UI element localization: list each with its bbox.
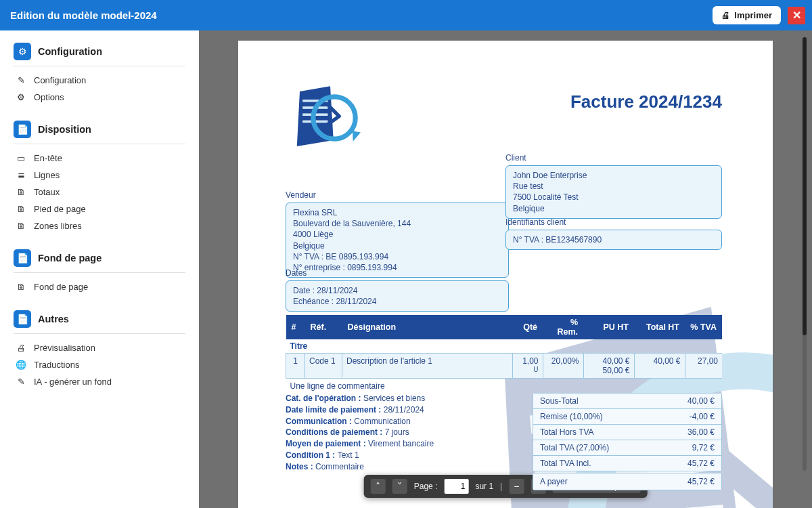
doc-icon: 🗎 [15, 282, 27, 292]
cell-n: 1 [286, 354, 305, 379]
col-n: # [286, 315, 305, 339]
list-icon: ≣ [15, 170, 27, 180]
sidebar-item-configuration[interactable]: ✎ Configuration [14, 72, 185, 89]
col-tot: Total HT [634, 315, 685, 339]
client-name: John Doe Enterprise [513, 170, 715, 181]
print-button[interactable]: 🖨 Imprimer [713, 6, 781, 24]
client-block[interactable]: Client John Doe Enterprise Rue test 7500… [505, 149, 722, 219]
comment-row: Une ligne de commentaire [286, 379, 723, 394]
page-of: sur 1 [475, 482, 493, 491]
line-row[interactable]: 1 Code 1 Description de l'article 1 1,00… [286, 354, 723, 379]
gear-icon: ⚙ [14, 43, 31, 60]
section-header-disposition[interactable]: 📄 Disposition [14, 121, 185, 144]
pay-label: A payer [540, 477, 568, 486]
col-pu: PU HT [583, 315, 634, 339]
sidebar-item-label: Prévisualisation [34, 343, 95, 353]
scrollbar-thumb[interactable] [803, 37, 807, 335]
sidebar-item-label: En-tête [34, 153, 62, 163]
sidebar-item-label: Fond de page [34, 282, 88, 292]
section-configuration: ⚙ Configuration ✎ Configuration ⚙ Option… [14, 43, 185, 106]
total-label: Sous-Total [540, 396, 579, 406]
gear-icon: ⚙ [15, 92, 27, 102]
total-value: 9,72 € [692, 443, 715, 452]
client-city: 7500 Localité Test [513, 192, 715, 203]
pen-icon: ✎ [15, 75, 27, 85]
cell-disc: 20,00% [543, 354, 583, 379]
app-title: Edition du modèle model-2024 [10, 9, 157, 21]
doc-icon: 🗎 [15, 187, 27, 197]
section-header-autres[interactable]: 📄 Autres [14, 310, 185, 334]
client-label: Client [505, 153, 722, 163]
printer-icon: 🖨 [721, 10, 730, 20]
close-icon: ✕ [792, 9, 801, 22]
page-up-button[interactable]: ˄ [371, 479, 386, 494]
vendor-street: Boulevard de la Sauvenière, 144 [293, 218, 501, 229]
sidebar-item-traductions[interactable]: 🌐Traductions [14, 356, 185, 373]
header-icon: ▭ [15, 153, 27, 163]
sidebar-item-zones[interactable]: 🗎Zones libres [14, 217, 185, 234]
total-value: 36,00 € [687, 427, 715, 437]
total-value: -4,00 € [690, 412, 715, 421]
client-country: Belgique [513, 203, 715, 214]
file-icon: 📄 [14, 310, 31, 328]
sidebar-item-fond[interactable]: 🗎Fond de page [14, 278, 185, 295]
minus-icon: − [514, 481, 519, 492]
footer-info[interactable]: Cat. de l'opération : Services et biens … [286, 393, 434, 473]
sidebar-item-label: Lignes [34, 170, 60, 180]
preview-area: Facture 2024/1234 Vendeur Flexina SRL Bo… [199, 30, 812, 508]
company-logo [286, 81, 367, 163]
ids-block[interactable]: Identifiants client N° TVA : BE123456789… [505, 213, 722, 250]
sidebar-item-lignes[interactable]: ≣Lignes [14, 167, 185, 184]
vendor-country: Belgique [293, 240, 501, 251]
col-tva: % TVA [685, 315, 722, 339]
total-label: Total Hors TVA [540, 427, 594, 437]
doc-icon: 🗎 [15, 221, 27, 231]
sidebar-item-label: Pied de page [34, 204, 86, 214]
section-header-configuration[interactable]: ⚙ Configuration [14, 43, 185, 66]
pay-block[interactable]: A payer45,72 € [533, 473, 722, 490]
dates-label: Dates [286, 268, 509, 278]
sidebar: ⚙ Configuration ✎ Configuration ⚙ Option… [0, 30, 199, 508]
close-button[interactable]: ✕ [788, 7, 805, 24]
section-title: Disposition [38, 124, 91, 135]
cell-qty: 1,00U [512, 354, 543, 379]
page-label: Page : [414, 482, 438, 491]
sidebar-item-options[interactable]: ⚙ Options [14, 89, 185, 106]
ids-label: Identifiants client [505, 217, 722, 227]
client-street: Rue test [513, 181, 715, 192]
section-disposition: 📄 Disposition ▭En-tête ≣Lignes 🗎Totaux 🗎… [14, 121, 185, 234]
col-disc: % Rem. [543, 315, 583, 339]
pay-value: 45,72 € [687, 477, 715, 486]
sidebar-item-totaux[interactable]: 🗎Totaux [14, 184, 185, 200]
pen-icon: ✎ [15, 377, 27, 387]
printer-icon: 🖨 [15, 343, 27, 353]
dates-block[interactable]: Dates Date : 28/11/2024 Echéance : 28/11… [286, 264, 509, 312]
cell-tva: 27,00 [685, 354, 722, 379]
app-header: Edition du modèle model-2024 🖨 Imprimer … [0, 0, 812, 30]
sidebar-item-ia[interactable]: ✎IA - générer un fond [14, 373, 185, 390]
total-label: Total TVA (27,00%) [540, 443, 609, 452]
sidebar-item-preview[interactable]: 🖨Prévisualisation [14, 339, 185, 356]
cell-ref: Code 1 [305, 354, 342, 379]
chevron-down-icon: ˅ [397, 481, 402, 492]
sidebar-item-label: Totaux [34, 187, 60, 197]
section-title: Configuration [38, 46, 102, 57]
page-down-button[interactable]: ˅ [392, 479, 407, 494]
col-qty: Qté [512, 315, 543, 339]
print-label: Imprimer [734, 10, 772, 20]
section-autres: 📄 Autres 🖨Prévisualisation 🌐Traductions … [14, 310, 185, 390]
doc-icon: 🗎 [15, 204, 27, 214]
col-desc: Désignation [342, 315, 513, 339]
sidebar-item-label: Configuration [34, 75, 86, 85]
totals-block[interactable]: Sous-Total40,00 € Remise (10,00%)-4,00 €… [533, 393, 722, 471]
sidebar-item-label: IA - générer un fond [34, 377, 112, 387]
sidebar-item-pied[interactable]: 🗎Pied de page [14, 200, 185, 217]
page-input[interactable] [444, 479, 468, 494]
zoom-out-button[interactable]: − [509, 479, 524, 494]
cell-desc: Description de l'article 1 [342, 354, 513, 379]
cell-pu: 40,00 €50,00 € [583, 354, 634, 379]
section-header-fond[interactable]: 📄 Fond de page [14, 249, 185, 273]
lines-table[interactable]: # Réf. Désignation Qté % Rem. PU HT Tota… [286, 315, 722, 394]
file-icon: 📄 [14, 121, 31, 138]
sidebar-item-entete[interactable]: ▭En-tête [14, 150, 185, 167]
